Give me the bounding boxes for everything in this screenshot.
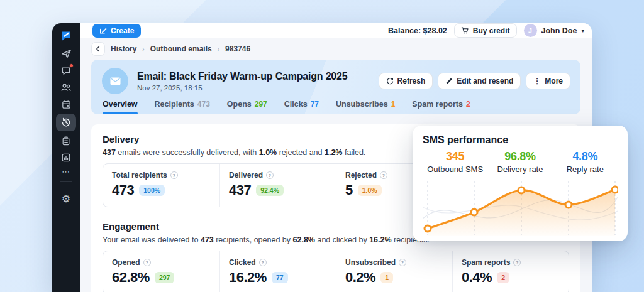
stat-label: Clicked bbox=[229, 258, 256, 267]
stat-label: Spam reports bbox=[462, 258, 510, 267]
stat-value: 0.4% bbox=[462, 269, 492, 286]
stat-label-row: Clicked ? bbox=[229, 258, 327, 267]
paper-plane-icon bbox=[61, 48, 72, 59]
users-icon bbox=[60, 82, 72, 93]
campaign-title-block: Email: Black Friday Warm-up Campaign 202… bbox=[137, 71, 347, 92]
help-icon[interactable]: ? bbox=[259, 259, 267, 266]
create-button[interactable]: Create bbox=[92, 24, 141, 38]
sidebar-item-settings[interactable]: ⚙ bbox=[57, 191, 75, 206]
stat-value: 473 bbox=[112, 182, 134, 198]
tab-count: 473 bbox=[197, 100, 210, 109]
buy-credit-button[interactable]: Buy credit bbox=[454, 23, 517, 38]
sms-stat-value: 4.8% bbox=[553, 150, 618, 163]
campaign-title: Email: Black Friday Warm-up Campaign 202… bbox=[137, 71, 347, 82]
stat-label-row: Spam reports ? bbox=[462, 258, 560, 267]
sidebar-item-calendar[interactable] bbox=[57, 97, 75, 112]
stat-label: Delivered bbox=[229, 171, 263, 180]
tab-opens[interactable]: Opens 297 bbox=[227, 100, 267, 114]
sms-stat-outbound: 345 Outbound SMS bbox=[423, 150, 487, 174]
stat-label: Rejected bbox=[345, 171, 377, 180]
more-button[interactable]: ⋮ More bbox=[526, 73, 570, 89]
help-icon[interactable]: ? bbox=[380, 171, 387, 179]
stat-value: 437 bbox=[229, 182, 251, 198]
topbar: Create Balance: $28.02 Buy credit J bbox=[80, 23, 592, 38]
campaign-header-card: Email: Black Friday Warm-up Campaign 202… bbox=[91, 60, 580, 114]
status-badge: 1 bbox=[380, 272, 393, 283]
stat-value-row: 0.2% 1 bbox=[345, 269, 443, 286]
status-badge: 297 bbox=[155, 272, 175, 283]
stat-value: 62.8% bbox=[112, 269, 150, 286]
tab-count: 2 bbox=[466, 100, 470, 109]
gear-icon: ⚙ bbox=[62, 193, 70, 205]
sidebar-item-contacts[interactable] bbox=[57, 80, 75, 95]
history-clock-icon bbox=[60, 117, 72, 128]
tab-overview[interactable]: Overview bbox=[103, 100, 138, 114]
sms-stat-reply-rate: 4.8% Reply rate bbox=[553, 150, 618, 174]
tab-clicks[interactable]: Clicks 77 bbox=[284, 100, 319, 114]
chart-series bbox=[425, 181, 618, 236]
stat-card-delivered: Delivered ? 437 92.4% bbox=[219, 164, 336, 207]
stat-value: 16.2% bbox=[229, 269, 267, 286]
tab-label: Spam reports bbox=[412, 100, 463, 109]
sms-performance-title: SMS performance bbox=[423, 134, 618, 146]
tab-unsubscribes[interactable]: Unsubscribes 1 bbox=[336, 100, 395, 114]
status-badge: 100% bbox=[139, 185, 165, 196]
sms-performance-card: SMS performance 345 Outbound SMS 96.8% D… bbox=[413, 126, 628, 241]
cart-icon bbox=[461, 26, 469, 35]
help-icon[interactable]: ? bbox=[266, 171, 274, 179]
email-type-icon bbox=[102, 68, 128, 94]
tab-count: 77 bbox=[311, 100, 319, 109]
status-badge: 77 bbox=[272, 272, 288, 283]
envelope-icon bbox=[110, 77, 121, 85]
tab-label: Overview bbox=[103, 100, 138, 109]
edit-resend-button[interactable]: Edit and resend bbox=[438, 73, 521, 89]
notification-dot bbox=[69, 63, 74, 68]
tab-spam-reports[interactable]: Spam reports 2 bbox=[412, 100, 470, 114]
user-menu[interactable]: J John Doe ▾ bbox=[524, 24, 584, 37]
breadcrumb-item-history[interactable]: History bbox=[111, 45, 136, 53]
breadcrumb-item-outbound-emails[interactable]: Outbound emails bbox=[150, 45, 212, 53]
ellipsis-icon: ⋯ bbox=[62, 167, 70, 176]
clipboard-icon bbox=[61, 136, 71, 146]
sms-stat-label: Delivery rate bbox=[487, 165, 552, 174]
help-icon[interactable]: ? bbox=[143, 259, 151, 266]
stat-value-row: 62.8% 297 bbox=[112, 269, 211, 286]
sidebar-item-history[interactable] bbox=[56, 114, 76, 131]
back-button[interactable] bbox=[91, 42, 105, 56]
tab-count: 297 bbox=[255, 100, 267, 109]
breadcrumb-item-campaign-id[interactable]: 983746 bbox=[225, 45, 250, 53]
sidebar-item-send[interactable] bbox=[57, 46, 75, 61]
stat-value-row: 473 100% bbox=[112, 182, 211, 198]
status-badge: 92.4% bbox=[256, 185, 284, 196]
sms-stat-value: 345 bbox=[423, 150, 487, 163]
breadcrumb: History › Outbound emails › 983746 bbox=[91, 41, 592, 57]
help-icon[interactable]: ? bbox=[513, 259, 521, 266]
create-button-label: Create bbox=[111, 26, 134, 35]
refresh-icon bbox=[386, 77, 394, 85]
bar-chart-icon bbox=[61, 153, 71, 163]
brand-logo-icon[interactable] bbox=[57, 29, 75, 43]
campaign-actions: Refresh Edit and resend ⋮ More bbox=[379, 73, 570, 89]
stat-card-opened: Opened ? 62.8% 297 bbox=[103, 251, 219, 292]
campaign-date: Nov 27, 2025, 18:15 bbox=[137, 84, 347, 92]
stat-card-clicked: Clicked ? 16.2% 77 bbox=[219, 251, 336, 292]
tab-count: 1 bbox=[391, 100, 396, 109]
stat-value: 5 bbox=[345, 182, 353, 198]
tab-recipients[interactable]: Recipients 473 bbox=[155, 100, 210, 114]
sms-stat-value: 96.8% bbox=[487, 150, 552, 163]
sidebar-item-more[interactable]: ⋯ bbox=[57, 167, 75, 176]
stat-value-row: 0.4% 2 bbox=[462, 269, 560, 286]
stat-label-row: Total recipients ? bbox=[112, 171, 211, 180]
sidebar-item-templates[interactable] bbox=[57, 133, 75, 148]
sidebar-item-inbox[interactable] bbox=[57, 63, 75, 78]
refresh-button[interactable]: Refresh bbox=[379, 73, 433, 89]
calendar-icon bbox=[61, 99, 72, 110]
stat-value-row: 16.2% 77 bbox=[229, 269, 327, 286]
stat-card-total-recipients: Total recipients ? 473 100% bbox=[103, 164, 219, 207]
campaign-header-top: Email: Black Friday Warm-up Campaign 202… bbox=[91, 60, 580, 94]
help-icon[interactable]: ? bbox=[170, 171, 178, 179]
sidebar-item-analytics[interactable] bbox=[57, 150, 75, 165]
sms-stat-label: Reply rate bbox=[553, 165, 618, 174]
help-icon[interactable]: ? bbox=[399, 259, 406, 266]
stat-value: 0.2% bbox=[345, 269, 375, 286]
